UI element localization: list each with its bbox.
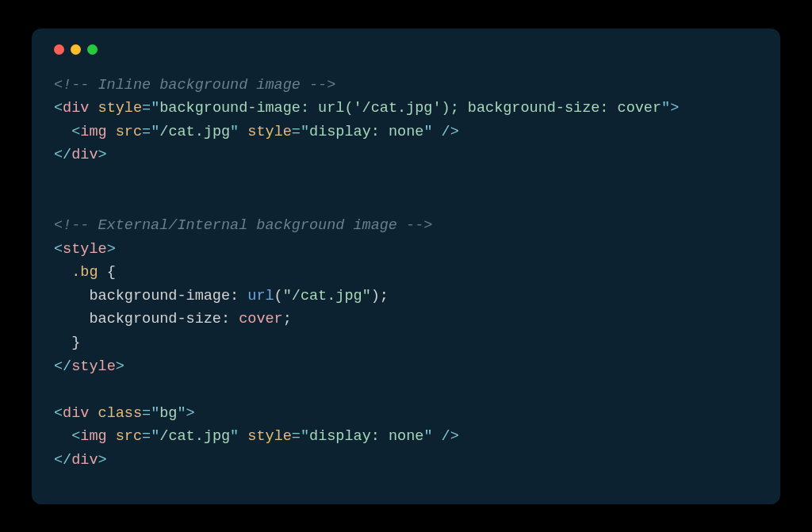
code-token: /cat.jpg: [159, 124, 230, 140]
code-token: :: [230, 288, 247, 304]
code-token: >: [116, 358, 124, 375]
code-token: [54, 288, 89, 304]
code-token: style: [63, 241, 107, 258]
code-token: ": [151, 405, 159, 422]
code-token: =: [142, 124, 151, 140]
code-token: ": [230, 428, 239, 445]
code-token: ": [301, 428, 309, 445]
code-token: >: [98, 452, 107, 469]
code-token: >: [107, 241, 116, 258]
code-token: ": [423, 124, 432, 140]
code-token: =: [292, 428, 301, 445]
code-token: =: [142, 405, 151, 422]
code-token: div: [71, 147, 98, 163]
code-token: :: [221, 311, 239, 327]
code-token: =: [142, 428, 151, 445]
code-token: class: [98, 405, 143, 422]
code-token: style: [247, 428, 292, 445]
code-token: (: [274, 288, 283, 304]
code-token: [54, 335, 71, 351]
code-token: />: [433, 124, 459, 140]
code-token: div: [63, 405, 89, 422]
code-token: .bg: [71, 264, 98, 281]
code-token: ": [230, 124, 239, 140]
code-token: cover: [239, 311, 283, 327]
code-token: <: [54, 241, 63, 258]
code-token: background-image: [89, 288, 230, 304]
code-token: url: [247, 288, 274, 304]
code-token: ": [661, 100, 670, 117]
code-token: ": [151, 100, 159, 117]
code-token: />: [433, 428, 459, 445]
traffic-lights: [54, 44, 758, 55]
code-token: {: [98, 264, 116, 281]
code-token: [54, 264, 71, 281]
code-token: display: none: [309, 124, 423, 140]
code-token: src: [116, 428, 142, 445]
code-comment: <!-- Inline background image -->: [54, 77, 335, 94]
code-token: style: [247, 124, 292, 140]
code-token: style: [98, 100, 143, 117]
code-token: ;: [283, 311, 292, 327]
code-block: <!-- Inline background image --> <div st…: [54, 74, 758, 473]
code-token: </: [54, 452, 71, 469]
code-token: }: [71, 335, 80, 351]
code-token: >: [186, 405, 195, 422]
code-token: div: [63, 100, 89, 117]
code-token: <: [54, 100, 63, 117]
code-window: <!-- Inline background image --> <div st…: [32, 29, 780, 504]
close-icon[interactable]: [54, 44, 64, 55]
code-token: ": [151, 428, 159, 445]
code-token: >: [98, 147, 107, 163]
code-token: ": [301, 124, 309, 140]
code-token: bg: [159, 405, 177, 422]
code-comment: <!-- External/Internal background image …: [54, 217, 432, 234]
maximize-icon[interactable]: [87, 44, 98, 55]
code-token: ": [423, 428, 432, 445]
code-token: =: [292, 124, 301, 140]
code-token: </: [54, 147, 71, 163]
code-token: ): [371, 288, 380, 304]
code-token: ": [151, 124, 159, 140]
code-token: <: [71, 428, 80, 445]
code-token: </: [54, 358, 71, 375]
code-token: div: [71, 452, 98, 469]
code-token: background-size: [89, 311, 221, 327]
code-token: display: none: [309, 428, 423, 445]
code-token: ": [362, 288, 371, 304]
code-token: /cat.jpg: [292, 288, 362, 304]
code-token: [54, 311, 89, 327]
code-token: background-image: url('/cat.jpg'); backg…: [159, 100, 661, 117]
code-token: style: [71, 358, 116, 375]
code-token: <: [71, 124, 80, 140]
code-token: >: [670, 100, 679, 117]
code-token: src: [116, 124, 142, 140]
minimize-icon[interactable]: [71, 44, 81, 55]
code-token: ": [283, 288, 292, 304]
code-token: ;: [380, 288, 389, 304]
code-token: [54, 428, 71, 445]
code-token: <: [54, 405, 63, 422]
code-token: /cat.jpg: [159, 428, 230, 445]
code-token: img: [80, 124, 106, 140]
code-token: =: [142, 100, 151, 117]
code-token: img: [80, 428, 106, 445]
code-token: ": [177, 405, 186, 422]
code-token: [54, 124, 71, 140]
